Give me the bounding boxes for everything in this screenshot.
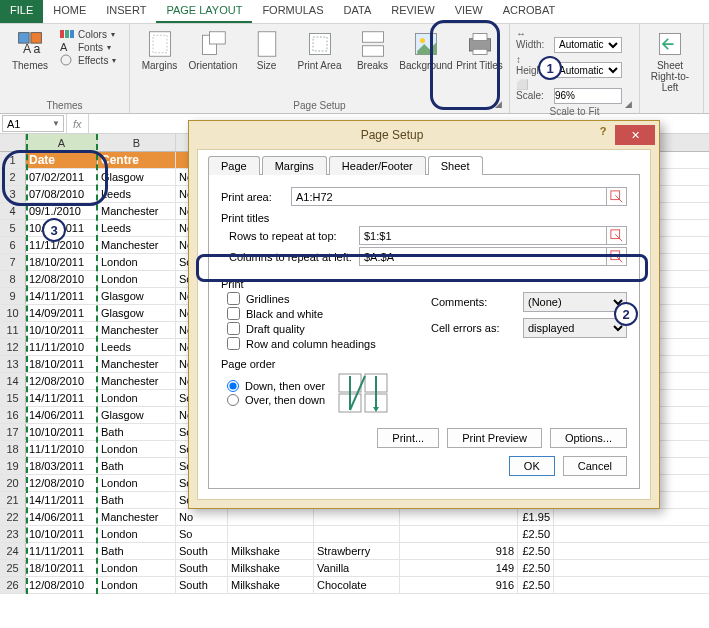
cell[interactable] (314, 509, 400, 525)
row-header[interactable]: 11 (0, 322, 26, 338)
cell[interactable]: 10/10/2011 (26, 322, 98, 338)
row-header[interactable]: 26 (0, 577, 26, 593)
dlg-tab-sheet[interactable]: Sheet (428, 156, 483, 175)
cell[interactable]: Milkshake (228, 577, 314, 593)
cell[interactable]: 12/08/2010 (26, 271, 98, 287)
table-row[interactable]: 2310/10/2011LondonSo£2.50 (0, 526, 709, 543)
cell[interactable]: South (176, 560, 228, 576)
row-header[interactable]: 8 (0, 271, 26, 287)
cell[interactable] (314, 526, 400, 542)
row-header[interactable]: 3 (0, 186, 26, 202)
cell[interactable]: Bath (98, 543, 176, 559)
errors-select[interactable]: displayed (523, 318, 627, 338)
down-over-radio[interactable]: Down, then over (227, 380, 325, 392)
cell[interactable]: £2.50 (518, 577, 554, 593)
ok-button[interactable]: OK (509, 456, 555, 476)
cell[interactable]: 14/11/2011 (26, 492, 98, 508)
cell[interactable]: London (98, 441, 176, 457)
name-box[interactable]: A1▼ (2, 115, 64, 132)
cell[interactable]: £2.50 (518, 560, 554, 576)
cell[interactable]: Leeds (98, 186, 176, 202)
row-header[interactable]: 5 (0, 220, 26, 236)
col-header-A[interactable]: A (26, 134, 98, 151)
cell[interactable] (400, 526, 518, 542)
cell[interactable]: 149 (400, 560, 518, 576)
dlg-tab-page[interactable]: Page (208, 156, 260, 175)
cell[interactable]: 07/02/2011 (26, 169, 98, 185)
margins-button[interactable]: Margins (136, 28, 183, 71)
cell[interactable]: Chocolate (314, 577, 400, 593)
cell[interactable]: London (98, 577, 176, 593)
cell[interactable]: Bath (98, 458, 176, 474)
rch-checkbox[interactable]: Row and column headings (227, 337, 431, 350)
row-header[interactable]: 12 (0, 339, 26, 355)
cell[interactable]: So (176, 526, 228, 542)
scale-spinner[interactable] (554, 88, 622, 104)
cell[interactable]: Glasgow (98, 407, 176, 423)
cell[interactable]: Leeds (98, 220, 176, 236)
comments-select[interactable]: (None) (523, 292, 627, 312)
cell[interactable]: 18/10/2011 (26, 356, 98, 372)
rows-repeat-picker[interactable] (607, 226, 627, 245)
cell[interactable]: Manchester (98, 356, 176, 372)
cell[interactable]: South (176, 543, 228, 559)
print-area-picker[interactable] (607, 187, 627, 206)
page-setup-launcher[interactable]: ◢ (495, 99, 507, 111)
dialog-close-button[interactable]: ✕ (615, 125, 655, 145)
row-header[interactable]: 19 (0, 458, 26, 474)
effects-button[interactable]: Effects▾ (60, 54, 116, 66)
row-header[interactable]: 18 (0, 441, 26, 457)
cell[interactable]: 11/11/2010 (26, 441, 98, 457)
breaks-button[interactable]: Breaks (349, 28, 396, 71)
cell[interactable]: London (98, 254, 176, 270)
cell[interactable]: Milkshake (228, 560, 314, 576)
cell[interactable]: Manchester (98, 322, 176, 338)
cell[interactable]: 11/11/2011 (26, 543, 98, 559)
print-button[interactable]: Print... (377, 428, 439, 448)
gridlines-checkbox[interactable]: Gridlines (227, 292, 431, 305)
cell[interactable]: Leeds (98, 339, 176, 355)
cell[interactable]: London (98, 560, 176, 576)
cell[interactable]: London (98, 390, 176, 406)
cell[interactable]: London (98, 475, 176, 491)
row-header[interactable]: 25 (0, 560, 26, 576)
tab-acrobat[interactable]: ACROBAT (493, 0, 565, 23)
dlg-tab-margins[interactable]: Margins (262, 156, 327, 175)
row-header[interactable]: 15 (0, 390, 26, 406)
cell[interactable]: Manchester (98, 509, 176, 525)
bw-checkbox[interactable]: Black and white (227, 307, 431, 320)
cell[interactable]: Strawberry (314, 543, 400, 559)
cell[interactable]: 14/09/2011 (26, 305, 98, 321)
cell[interactable]: 10/10/2011 (26, 424, 98, 440)
row-header[interactable]: 7 (0, 254, 26, 270)
print-titles-button[interactable]: Print Titles (456, 28, 503, 71)
cell[interactable]: Manchester (98, 237, 176, 253)
col-header-B[interactable]: B (98, 134, 176, 151)
cell[interactable]: London (98, 526, 176, 542)
row-header[interactable]: 13 (0, 356, 26, 372)
table-row[interactable]: 2214/06/2011ManchesterNo£1.95 (0, 509, 709, 526)
row-header[interactable]: 23 (0, 526, 26, 542)
height-select[interactable]: Automatic (554, 62, 622, 78)
cell[interactable]: 12/08/2010 (26, 475, 98, 491)
cell[interactable]: 07/08/2010 (26, 186, 98, 202)
cell[interactable]: Glasgow (98, 305, 176, 321)
table-row[interactable]: 2612/08/2010LondonSouthMilkshakeChocolat… (0, 577, 709, 594)
width-select[interactable]: Automatic (554, 37, 622, 53)
cell[interactable] (400, 509, 518, 525)
cell[interactable] (228, 509, 314, 525)
cell[interactable]: 10/10/2011 (26, 526, 98, 542)
tab-insert[interactable]: INSERT (96, 0, 156, 23)
cell[interactable]: South (176, 577, 228, 593)
cell[interactable]: 918 (400, 543, 518, 559)
over-down-radio[interactable]: Over, then down (227, 394, 325, 406)
row-header[interactable]: 24 (0, 543, 26, 559)
tab-file[interactable]: FILE (0, 0, 43, 23)
row-header[interactable]: 9 (0, 288, 26, 304)
options-button[interactable]: Options... (550, 428, 627, 448)
cell[interactable]: 10/10/2011 (26, 220, 98, 236)
table-row[interactable]: 2518/10/2011LondonSouthMilkshakeVanilla1… (0, 560, 709, 577)
tab-view[interactable]: VIEW (445, 0, 493, 23)
cell[interactable]: 11/11/2010 (26, 339, 98, 355)
row-header[interactable]: 16 (0, 407, 26, 423)
